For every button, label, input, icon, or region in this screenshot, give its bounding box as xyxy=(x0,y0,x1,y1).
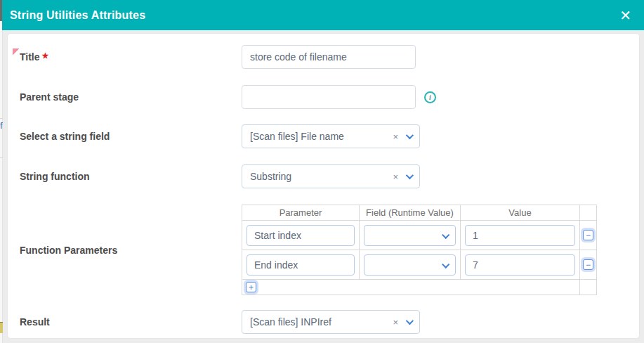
chevron-down-icon[interactable] xyxy=(442,231,449,238)
clear-icon[interactable]: × xyxy=(393,172,398,181)
chevron-down-icon[interactable] xyxy=(406,131,414,139)
chevron-down-icon[interactable] xyxy=(406,317,414,325)
background-page-strip: f xyxy=(0,0,3,343)
add-row-button[interactable]: + xyxy=(246,282,256,292)
function-parameters-label-col: Function Parameters xyxy=(20,244,242,257)
form-row-parent-stage: Parent stage i xyxy=(20,85,639,109)
title-label-col: Title★ xyxy=(20,51,242,63)
string-field-label: Select a string field xyxy=(20,131,110,142)
remove-row-button[interactable]: − xyxy=(583,230,593,240)
column-header-actions xyxy=(580,205,597,221)
background-divider xyxy=(0,118,3,119)
result-label-col: Result xyxy=(20,316,242,328)
form-row-title: Title★ xyxy=(20,45,639,69)
value-input[interactable] xyxy=(465,225,575,246)
field-runtime-value-select[interactable] xyxy=(364,225,456,246)
string-field-label-col: Select a string field xyxy=(20,130,242,143)
changed-flag-icon xyxy=(13,48,19,55)
result-selected-value: [Scan files] INPIref xyxy=(250,316,393,328)
result-label: Result xyxy=(20,316,50,328)
string-field-select[interactable]: [Scan files] File name × xyxy=(242,124,420,148)
table-header-row: Parameter Field (Runtime Value) Value xyxy=(242,205,597,221)
title-label: Title★ xyxy=(20,51,48,63)
background-yellow-fragment xyxy=(0,322,3,333)
string-field-selected-value: [Scan files] File name xyxy=(250,131,393,142)
modal-body: Title★ Parent stage i Select a string fi… xyxy=(7,33,640,339)
modal-header: String Utilities Attributes ✕ xyxy=(2,0,644,30)
table-footer-row: + xyxy=(242,280,597,295)
close-icon[interactable]: ✕ xyxy=(617,7,634,24)
function-parameters-table: Parameter Field (Runtime Value) Value − xyxy=(242,205,597,295)
form-row-string-function: String function Substring × xyxy=(20,164,639,188)
string-function-select[interactable]: Substring × xyxy=(242,164,420,188)
title-input[interactable] xyxy=(242,45,416,69)
function-parameters-label: Function Parameters xyxy=(20,245,117,256)
value-input[interactable] xyxy=(465,254,575,276)
string-function-selected-value: Substring xyxy=(250,171,393,182)
form-row-function-parameters: Function Parameters Parameter Field (Run… xyxy=(20,205,639,295)
background-text-fragment: f xyxy=(0,121,3,130)
form-row-string-field: Select a string field [Scan files] File … xyxy=(20,124,639,148)
remove-row-button[interactable]: − xyxy=(583,259,593,270)
column-header-field-runtime-value: Field (Runtime Value) xyxy=(360,205,461,221)
chevron-down-icon[interactable] xyxy=(442,260,449,268)
column-header-value: Value xyxy=(461,205,580,221)
parent-stage-label-col: Parent stage xyxy=(20,91,242,103)
parent-stage-input[interactable] xyxy=(242,85,416,109)
modal-title: String Utilities Attributes xyxy=(10,9,145,22)
parent-stage-label: Parent stage xyxy=(20,91,79,103)
result-select[interactable]: [Scan files] INPIref × xyxy=(242,310,420,334)
background-divider xyxy=(0,157,3,158)
form-row-result: Result [Scan files] INPIref × xyxy=(20,310,639,334)
string-function-label: String function xyxy=(20,171,90,182)
parameter-input[interactable] xyxy=(247,254,355,276)
parameter-input[interactable] xyxy=(247,225,355,246)
field-runtime-value-select[interactable] xyxy=(364,254,456,276)
string-function-label-col: String function xyxy=(20,170,242,183)
clear-icon[interactable]: × xyxy=(393,132,398,141)
info-icon[interactable]: i xyxy=(424,91,436,103)
chevron-down-icon[interactable] xyxy=(406,172,414,179)
column-header-parameter: Parameter xyxy=(242,205,360,221)
table-row: − xyxy=(242,221,597,250)
required-star-icon: ★ xyxy=(42,51,49,60)
clear-icon[interactable]: × xyxy=(393,318,398,327)
table-row: − xyxy=(242,250,597,280)
